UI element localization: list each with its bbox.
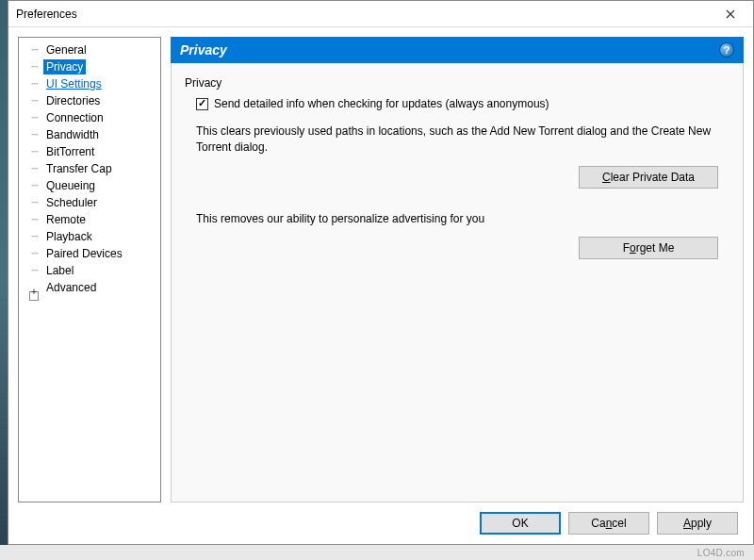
tree-item-label: Privacy	[43, 59, 86, 74]
tree-branch-icon: ┈	[26, 162, 43, 175]
tree-branch-icon: ┈	[26, 230, 43, 243]
tree-item-paired-devices[interactable]: ┈ Paired Devices	[21, 245, 158, 262]
titlebar: Preferences	[8, 1, 753, 27]
tree-item-label: Transfer Cap	[43, 161, 115, 176]
clear-private-data-button[interactable]: Clear Private Data	[579, 166, 718, 189]
close-button[interactable]	[715, 5, 746, 24]
ok-button[interactable]: OK	[480, 512, 561, 535]
tree-item-label: Playback	[43, 229, 95, 244]
tree-item-label: Queueing	[43, 178, 98, 193]
tree-item-ui-settings[interactable]: ┈ UI Settings	[21, 75, 158, 92]
section-header: Privacy ?	[171, 37, 744, 63]
tree-item-advanced[interactable]: Advanced	[21, 279, 158, 296]
dialog-footer: OK Cancel Apply	[8, 502, 753, 544]
tree-branch-icon: ┈	[26, 213, 43, 226]
content-panel: Privacy ? Privacy Send detailed info whe…	[171, 37, 744, 502]
tree-item-connection[interactable]: ┈ Connection	[21, 109, 158, 126]
tree-item-remote[interactable]: ┈ Remote	[21, 211, 158, 228]
checkbox-icon[interactable]	[196, 98, 208, 110]
tree-item-label: Scheduler	[43, 195, 100, 210]
apply-button[interactable]: Apply	[657, 512, 738, 535]
tree-branch-icon: ┈	[26, 94, 43, 107]
background-bottom	[0, 545, 754, 560]
tree-item-transfer-cap[interactable]: ┈ Transfer Cap	[21, 160, 158, 177]
tree-item-bittorrent[interactable]: ┈ BitTorrent	[21, 143, 158, 160]
clear-private-data-description: This clears previously used paths in loc…	[196, 124, 718, 156]
tree-branch-icon: ┈	[26, 145, 43, 158]
section-title: Privacy	[180, 42, 719, 58]
tree-item-label: Remote	[43, 212, 89, 227]
background-strip	[0, 0, 8, 560]
dialog-body: ┈ General ┈ Privacy ┈ UI Settings ┈ Dire…	[8, 27, 753, 502]
tree-branch-icon: ┈	[26, 196, 43, 209]
tree-item-general[interactable]: ┈ General	[21, 41, 158, 58]
tree-branch-icon: ┈	[26, 111, 43, 124]
category-tree[interactable]: ┈ General ┈ Privacy ┈ UI Settings ┈ Dire…	[18, 37, 161, 502]
tree-item-label: BitTorrent	[43, 144, 97, 159]
tree-item-bandwidth[interactable]: ┈ Bandwidth	[21, 126, 158, 143]
watermark-text: LO4D.com	[697, 548, 745, 558]
tree-item-label: General	[43, 42, 90, 58]
help-icon[interactable]: ?	[719, 42, 734, 58]
preferences-dialog: Preferences ┈ General ┈ Privacy ┈ UI Set…	[8, 0, 754, 545]
forget-me-description: This removes our ability to personalize …	[196, 211, 718, 227]
checkbox-send-detailed-info[interactable]: Send detailed info when checking for upd…	[196, 97, 729, 110]
tree-item-label: Paired Devices	[43, 246, 125, 261]
tree-branch-icon: ┈	[26, 77, 43, 91]
window-title: Preferences	[16, 8, 715, 21]
forget-me-button[interactable]: Forget Me	[579, 237, 718, 259]
button-label-rest: lear Private Data	[611, 171, 695, 184]
tree-branch-icon: ┈	[26, 264, 43, 277]
tree-item-label: Label	[43, 263, 76, 278]
tree-item-scheduler[interactable]: ┈ Scheduler	[21, 194, 158, 211]
tree-branch-icon: ┈	[26, 247, 43, 260]
clear-button-row: Clear Private Data	[196, 166, 718, 189]
close-icon	[726, 9, 735, 19]
tree-branch-icon: ┈	[26, 43, 43, 57]
tree-item-label[interactable]: ┈ Label	[21, 262, 158, 279]
tree-branch-icon: ┈	[26, 128, 43, 141]
tree-item-label: Directories	[43, 93, 103, 108]
tree-item-directories[interactable]: ┈ Directories	[21, 92, 158, 109]
tree-branch-icon: ┈	[26, 179, 43, 192]
tree-item-label: UI Settings	[43, 76, 105, 91]
group-label: Privacy	[185, 76, 729, 90]
tree-item-queueing[interactable]: ┈ Queueing	[21, 177, 158, 194]
tree-branch-icon: ┈	[26, 60, 43, 74]
tree-item-label: Bandwidth	[43, 127, 102, 142]
tree-item-label: Advanced	[43, 280, 99, 295]
cancel-button[interactable]: Cancel	[568, 512, 649, 535]
tree-item-privacy[interactable]: ┈ Privacy	[21, 58, 158, 75]
tree-item-label: Connection	[43, 110, 107, 125]
tree-item-playback[interactable]: ┈ Playback	[21, 228, 158, 245]
section-body: Privacy Send detailed info when checking…	[171, 63, 744, 502]
forget-button-row: Forget Me	[196, 237, 718, 259]
checkbox-label: Send detailed info when checking for upd…	[214, 97, 549, 110]
